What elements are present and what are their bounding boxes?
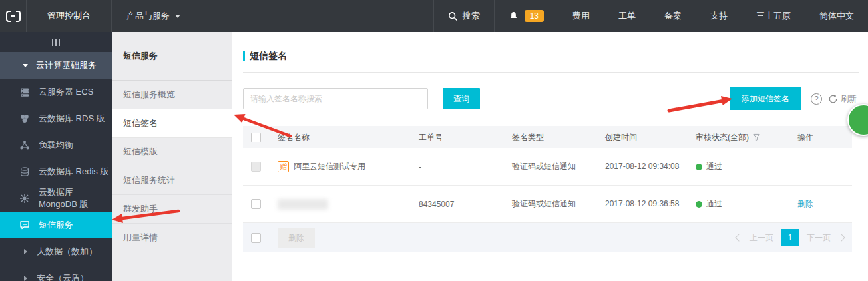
topbar-products-menu[interactable]: 产品与服务 [112,0,195,32]
next-page-button[interactable]: 下一页 [807,232,831,244]
refresh-label: 刷新 [841,93,857,105]
next-page-icon[interactable] [837,234,845,241]
table-row: 84345007 验证码或短信通知 2017-08-12 09:36:58 通过… [243,186,852,223]
table-footer: 删除 上一页 1 下一页 [243,223,852,252]
created-time: 2017-08-12 09:34:08 [597,160,688,173]
primary-sidebar: 云计算基础服务 云服务器 ECS 云数据库 RDS 版 负载均衡 云数据库 Re… [0,32,112,281]
order-number: - [411,162,504,172]
submenu-item-templates[interactable]: 短信模版 [112,138,232,166]
query-button[interactable]: 查询 [443,88,480,109]
status-dot [696,164,702,170]
topbar-console-link[interactable]: 管理控制台 [27,0,112,32]
coin-stack-icon [19,166,30,178]
chevron-right-icon [24,276,27,281]
topbar-item-billing[interactable]: 费用 [558,0,604,32]
database-icon [19,113,30,125]
sidebar-item-ecs[interactable]: 云服务器 ECS [0,79,112,105]
sidebar-item-label: 安全（云盾） [37,272,89,281]
delete-link[interactable]: 删除 [797,199,813,208]
submenu-item-bulk-assistant[interactable]: 群发助手 [112,195,232,224]
current-page-button[interactable]: 1 [781,229,799,246]
status-dot [696,201,702,208]
topbar-item-username[interactable]: 三上五原 [742,0,805,32]
status-label: 通过 [706,198,722,210]
search-icon [448,11,458,21]
topbar-products-label: 产品与服务 [126,10,170,22]
signature-table: 签名名称 工单号 签名类型 创建时间 审核状态(全部) 操作 赠 阿里云短信测试… [243,126,852,252]
prev-page-button[interactable]: 上一页 [750,232,773,244]
sidebar-group-cloud-basics[interactable]: 云计算基础服务 [0,52,112,79]
refresh-icon [828,94,838,104]
gift-badge: 赠 [278,161,289,172]
filter-icon[interactable] [753,133,760,141]
sidebar-item-security[interactable]: 安全（云盾） [0,265,112,281]
title-divider [243,72,859,73]
submenu-item-overview[interactable]: 短信服务概览 [112,81,232,109]
signature-search-input[interactable] [243,88,428,109]
submenu-item-signatures[interactable]: 短信签名 [112,109,232,138]
sidebar-item-sms[interactable]: 短信服务 [0,212,112,238]
chat-bubble-icon [19,220,30,231]
col-header-status: 审核状态(全部) [688,132,789,143]
sidebar-item-label: 云数据库 Redis 版 [39,166,108,178]
sidebar-item-redis[interactable]: 云数据库 Redis 版 [0,158,112,185]
sidebar-item-mongodb[interactable]: 云数据库 MongoDB 版 [0,185,112,212]
bell-icon [509,11,519,21]
chevron-down-icon [175,15,180,18]
refresh-button[interactable]: 刷新 [828,93,857,105]
created-time: 2017-08-12 09:36:58 [597,198,688,210]
signature-name: 阿里云短信测试专用 [294,161,365,172]
topbar-item-language[interactable]: 简体中文 [805,0,868,32]
topbar-item-tickets[interactable]: 工单 [604,0,650,32]
status-header-label: 审核状态(全部) [696,132,749,143]
signature-type: 验证码或短信通知 [504,198,597,210]
col-header-order: 工单号 [411,132,504,143]
chevron-down-icon [23,64,28,67]
col-header-action: 操作 [789,132,852,143]
submenu-item-statistics[interactable]: 短信服务统计 [112,166,232,195]
help-icon[interactable]: ? [811,93,822,105]
topbar: 管理控制台 产品与服务 搜索 13 费用 工单 备案 支持 三上五原 简体中文 [0,0,868,32]
gear-icon [19,193,30,204]
select-all-checkbox[interactable] [251,133,261,142]
secondary-sidebar: 短信服务 短信服务概览 短信签名 短信模版 短信服务统计 群发助手 用量详情 [112,32,232,281]
sidebar-item-label: 云服务器 ECS [39,86,93,98]
page-title: 短信签名 [250,50,287,62]
topbar-search[interactable]: 搜索 [433,0,494,32]
topbar-spacer [195,0,433,32]
bulk-delete-button[interactable]: 删除 [278,228,315,248]
sidebar-item-label: 大数据（数加） [37,246,97,258]
footer-select-checkbox[interactable] [251,233,261,243]
sidebar-item-rds[interactable]: 云数据库 RDS 版 [0,105,112,132]
topbar-notifications[interactable]: 13 [494,0,558,32]
chevron-right-icon [24,249,27,254]
row-checkbox[interactable] [251,199,261,209]
row-checkbox[interactable] [251,162,261,172]
status-label: 通过 [706,161,722,172]
sidebar-item-label: 负载均衡 [39,139,73,151]
sidebar-item-label: 云数据库 RDS 版 [39,113,105,125]
add-signature-button[interactable]: 添加短信签名 [730,87,801,110]
sidebar-item-bigdata[interactable]: 大数据（数加） [0,238,112,265]
topbar-item-support[interactable]: 支持 [696,0,742,32]
main-content: 短信签名 查询 添加短信签名 ? 刷新 签名名称 工单号 签名类型 创建时间 [232,32,868,281]
table-header-row: 签名名称 工单号 签名类型 创建时间 审核状态(全部) 操作 [243,126,852,148]
load-balancer-icon [19,140,30,151]
signature-type: 验证码或短信通知 [504,161,597,172]
server-icon [19,87,30,98]
sidebar-item-label: 短信服务 [39,219,73,231]
topbar-item-icp[interactable]: 备案 [650,0,696,32]
collapse-sidebar-icon[interactable] [0,32,112,52]
sidebar-item-slb[interactable]: 负载均衡 [0,132,112,158]
sidebar-group-label: 云计算基础服务 [36,59,97,71]
notification-count-badge: 13 [525,10,544,22]
col-header-type: 签名类型 [504,132,597,143]
submenu-item-usage[interactable]: 用量详情 [112,224,232,252]
sidebar-item-label: 云数据库 MongoDB 版 [39,186,112,210]
table-row: 赠 阿里云短信测试专用 - 验证码或短信通知 2017-08-12 09:34:… [243,148,852,186]
aliyun-logo[interactable] [0,0,27,32]
prev-page-icon[interactable] [735,234,742,241]
order-number: 84345007 [411,200,504,209]
title-accent-bar [243,51,245,61]
submenu-title: 短信服务 [112,32,232,81]
